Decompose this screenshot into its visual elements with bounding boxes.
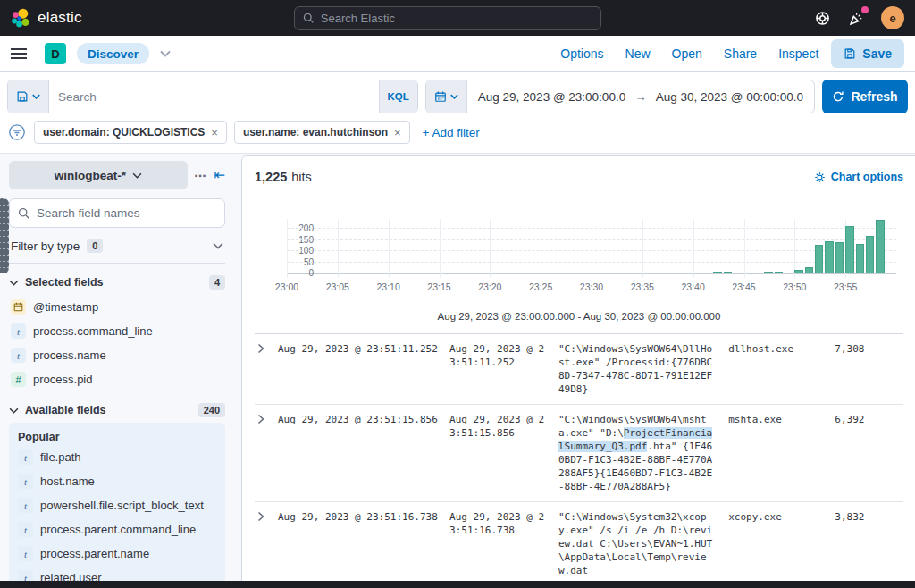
breadcrumb[interactable]: Discover xyxy=(77,43,149,64)
filter-pill[interactable]: user.domain: QUICKLOGISTICS× xyxy=(34,121,227,144)
field-search-input[interactable]: Search field names xyxy=(9,198,225,228)
filter-pill[interactable]: user.name: evan.hutchinson× xyxy=(234,121,410,144)
menu-item-open[interactable]: Open xyxy=(672,46,702,61)
histogram-bar[interactable] xyxy=(764,272,772,273)
chevron-down-icon[interactable] xyxy=(160,50,171,57)
data-view-picker[interactable]: winlogbeat-* xyxy=(9,161,188,189)
text-field-icon: t xyxy=(18,449,33,465)
histogram-bar[interactable] xyxy=(815,245,823,273)
news-feed-icon[interactable] xyxy=(847,9,865,27)
expand-row-icon[interactable] xyxy=(256,342,278,396)
date-picker-control: Aug 29, 2023 @ 23:00:00.0 → Aug 30, 2023… xyxy=(425,80,815,113)
field-name: powershell.file.script_block_text xyxy=(40,499,204,512)
field-name: @timestamp xyxy=(33,300,98,314)
field-name: process.name xyxy=(33,349,106,362)
popular-fields-section: Popular tfile.paththost.nametpowershell.… xyxy=(9,423,225,588)
remove-filter-icon[interactable]: × xyxy=(394,126,401,139)
field-name: process.command_line xyxy=(33,324,153,338)
discover-app-badge[interactable]: D xyxy=(45,43,66,64)
cell-process-name: xcopy.exe xyxy=(728,510,835,577)
popular-label: Popular xyxy=(16,429,218,445)
field-item[interactable]: tprocess.command_line xyxy=(9,319,225,343)
menu-icon[interactable] xyxy=(11,48,27,50)
histogram-bar[interactable] xyxy=(876,220,884,273)
gridline xyxy=(642,219,643,278)
field-item[interactable]: #process.pid xyxy=(9,367,225,391)
add-filter-button[interactable]: + Add filter xyxy=(423,126,480,139)
search-input[interactable] xyxy=(49,80,379,113)
cell-process-name: mshta.exe xyxy=(728,413,835,493)
help-icon[interactable] xyxy=(813,9,831,27)
hits-count: 1,225 xyxy=(255,170,287,184)
available-fields-header[interactable]: Available fields 240 xyxy=(9,403,225,417)
menu-item-share[interactable]: Share xyxy=(724,46,757,61)
field-name: process.parent.name xyxy=(40,547,149,560)
histogram-bar[interactable] xyxy=(845,226,853,273)
save-button[interactable]: Save xyxy=(831,39,904,68)
filter-by-type-button[interactable]: Filter by type 0 xyxy=(9,228,225,264)
date-to[interactable]: Aug 30, 2023 @ 00:00:00.0 xyxy=(656,90,803,104)
field-list-options-icon[interactable]: ▪▪▪ xyxy=(195,171,207,181)
histogram-bar[interactable] xyxy=(724,272,732,273)
flyout-drag-handle[interactable] xyxy=(0,198,9,273)
field-item[interactable]: tprocess.parent.command_line xyxy=(16,517,218,542)
menu-item-options[interactable]: Options xyxy=(560,46,603,61)
text-field-icon: t xyxy=(18,522,33,537)
x-axis-tick-label: 23:20 xyxy=(478,281,501,292)
gridline xyxy=(541,219,541,278)
histogram-bar[interactable] xyxy=(835,242,844,273)
histogram-bar[interactable] xyxy=(775,272,783,273)
user-avatar[interactable]: e xyxy=(881,6,904,29)
field-name: process.parent.command_line xyxy=(40,523,196,536)
search-icon xyxy=(18,207,30,220)
histogram-bar[interactable] xyxy=(794,270,802,273)
date-quick-select-button[interactable] xyxy=(426,80,467,113)
filter-menu-icon[interactable] xyxy=(7,122,27,142)
field-item[interactable]: tprocess.parent.name xyxy=(16,542,218,566)
cell-process-pid: 6,392 xyxy=(835,413,903,493)
histogram-bar[interactable] xyxy=(856,244,864,273)
histogram-bar[interactable] xyxy=(805,267,813,273)
kql-query-control: KQL xyxy=(7,80,418,113)
histogram-bar[interactable] xyxy=(866,236,874,273)
gridline xyxy=(592,219,592,278)
elastic-logo[interactable]: elastic xyxy=(11,8,82,28)
cell-time: Aug 29, 2023 @ 23:51:11.252 xyxy=(278,342,449,396)
selected-fields-header[interactable]: Selected fields 4 xyxy=(9,275,225,290)
menu-item-new[interactable]: New xyxy=(625,46,651,61)
expand-row-icon[interactable] xyxy=(256,510,278,577)
field-item[interactable]: thost.name xyxy=(16,469,218,493)
refresh-icon xyxy=(832,90,844,103)
field-item[interactable]: tpowershell.file.script_block_text xyxy=(16,493,218,517)
field-item[interactable]: tprocess.name xyxy=(9,343,225,367)
selected-fields-list: @timestamptprocess.command_linetprocess.… xyxy=(9,295,225,391)
remove-filter-icon[interactable]: × xyxy=(211,126,218,139)
highlighted-text: ProjectFinancialSummary_Q3.pdf xyxy=(558,427,712,452)
x-axis-tick-label: 23:40 xyxy=(682,281,705,292)
text-field-icon: t xyxy=(18,498,33,513)
histogram-bar[interactable] xyxy=(713,272,721,273)
chart-options-button[interactable]: Chart options xyxy=(814,171,903,183)
search-icon xyxy=(303,13,315,24)
saved-query-menu-button[interactable] xyxy=(8,80,49,113)
refresh-button[interactable]: Refresh xyxy=(822,80,908,113)
filter-by-type-label: Filter by type xyxy=(11,239,80,253)
field-item[interactable]: tfile.path xyxy=(16,445,218,469)
menu-item-inspect[interactable]: Inspect xyxy=(778,46,818,61)
date-from[interactable]: Aug 29, 2023 @ 23:00:00.0 xyxy=(478,90,625,104)
cell-command-line: "C:\Windows\System32\xcopy.exe" /s /i /e… xyxy=(558,510,714,577)
histogram-bar[interactable] xyxy=(825,241,833,273)
gridline xyxy=(744,219,745,278)
x-axis-tick-label: 23:55 xyxy=(834,281,857,292)
toolbar-menu: OptionsNewOpenShareInspect xyxy=(560,46,818,61)
global-search-input[interactable]: Search Elastic xyxy=(294,6,601,30)
chart-caption: Aug 29, 2023 @ 23:00:00.000 - Aug 30, 20… xyxy=(255,311,903,322)
gridline xyxy=(794,219,795,278)
expand-row-icon[interactable] xyxy=(256,413,278,493)
field-item[interactable]: @timestamp xyxy=(9,295,225,319)
kql-language-button[interactable]: KQL xyxy=(379,80,417,113)
data-view-name: winlogbeat-* xyxy=(55,169,126,182)
collapse-sidebar-icon[interactable]: ⇤ xyxy=(214,167,225,183)
gear-icon xyxy=(814,172,826,183)
cell-time: Aug 29, 2023 @ 23:51:15.856 xyxy=(278,413,449,493)
